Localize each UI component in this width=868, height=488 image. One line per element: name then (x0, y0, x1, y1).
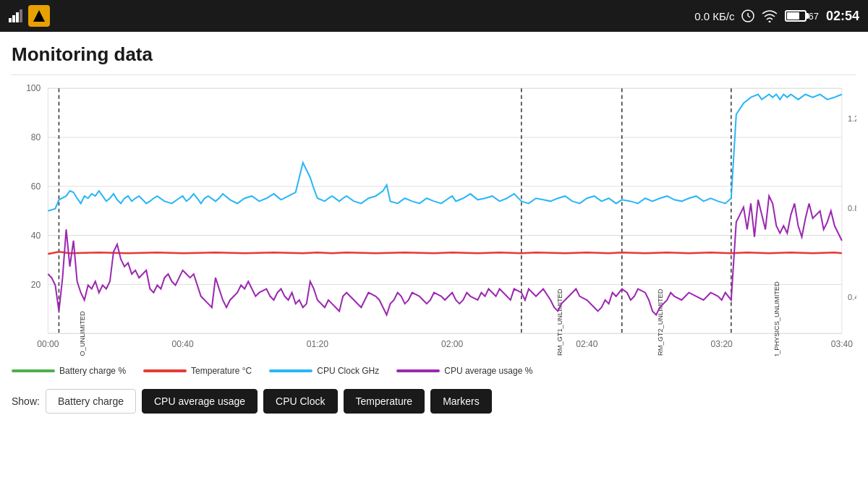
show-cpu-clock-button[interactable]: CPU Clock (263, 389, 337, 414)
network-speed: 0.0 КБ/с (694, 10, 734, 22)
signal-icon (9, 9, 22, 22)
legend: Battery charge % Temperature °C CPU Cloc… (12, 361, 856, 380)
page-title: Monitoring data (12, 43, 856, 66)
legend-label-cpuavg: CPU average usage % (444, 366, 532, 376)
legend-item-battery: Battery charge % (12, 366, 126, 376)
status-left (9, 5, 50, 27)
svg-text:00:00: 00:00 (37, 339, 59, 349)
svg-text:ICE_STORM_GT2_UNLIMITED: ICE_STORM_GT2_UNLIMITED (657, 288, 664, 356)
legend-item-cpuclock: CPU Clock GHz (269, 366, 379, 376)
main-content: Monitoring data 100 80 60 40 20 1.2GHz 0… (0, 32, 868, 488)
svg-text:00:40: 00:40 (172, 339, 194, 349)
divider (12, 74, 856, 75)
svg-text:60: 60 (31, 181, 41, 192)
chart-svg: 100 80 60 40 20 1.2GHz 0.8GHz 0.4GHz 00:… (12, 81, 856, 356)
svg-text:02:40: 02:40 (576, 339, 597, 349)
svg-text:03:20: 03:20 (711, 339, 733, 349)
clock-icon (741, 9, 754, 22)
svg-text:03:40: 03:40 (831, 339, 853, 349)
svg-text:80: 80 (31, 132, 41, 142)
svg-text:01:20: 01:20 (307, 339, 328, 349)
svg-line-3 (748, 16, 750, 17)
legend-item-cpuavg: CPU average usage % (396, 366, 532, 376)
legend-label-temperature: Temperature °C (191, 366, 252, 376)
battery-container: 67 (785, 10, 818, 22)
legend-label-cpuclock: CPU Clock GHz (317, 366, 379, 376)
battery-icon (785, 10, 807, 22)
battery-percent: 67 (808, 11, 818, 22)
time-display: 02:54 (826, 9, 859, 24)
show-battery-button[interactable]: Battery charge (46, 389, 136, 414)
svg-text:02:00: 02:00 (441, 339, 463, 349)
show-row: Show: Battery charge CPU average usage C… (12, 389, 856, 414)
legend-item-temperature: Temperature °C (143, 366, 252, 376)
legend-line-battery (12, 369, 55, 372)
chart-container: 100 80 60 40 20 1.2GHz 0.8GHz 0.4GHz 00:… (12, 81, 856, 356)
wifi-icon (762, 9, 778, 22)
svg-text:1.2GHz: 1.2GHz (848, 114, 856, 123)
show-markers-button[interactable]: Markers (430, 389, 492, 414)
battery-fill (787, 12, 799, 20)
legend-line-temperature (143, 369, 187, 372)
svg-marker-0 (33, 10, 45, 22)
status-right: 0.0 КБ/с 67 02:54 (694, 9, 859, 24)
svg-text:40: 40 (31, 231, 41, 241)
svg-text:ICE_STORM_PHYSICS_UNLIMITED: ICE_STORM_PHYSICS_UNLIMITED (773, 281, 780, 356)
show-label: Show: (12, 395, 40, 407)
svg-text:ICE_STORM_DEMO_UNLIMITED: ICE_STORM_DEMO_UNLIMITED (79, 311, 86, 356)
status-bar: 0.0 КБ/с 67 02:54 (0, 0, 868, 32)
svg-text:0.4GHz: 0.4GHz (848, 293, 856, 301)
svg-text:ICE_STORM_GT1_UNLIMITED: ICE_STORM_GT1_UNLIMITED (556, 288, 563, 356)
legend-label-battery: Battery charge % (59, 366, 126, 376)
svg-text:100: 100 (26, 83, 41, 93)
svg-point-4 (769, 21, 771, 23)
svg-text:20: 20 (31, 279, 41, 289)
show-temperature-button[interactable]: Temperature (344, 389, 425, 414)
app-icon (28, 5, 50, 27)
legend-line-cpuavg (396, 369, 440, 372)
show-cpu-avg-button[interactable]: CPU average usage (142, 389, 258, 414)
svg-text:0.8GHz: 0.8GHz (848, 204, 856, 213)
legend-line-cpuclock (269, 369, 312, 372)
